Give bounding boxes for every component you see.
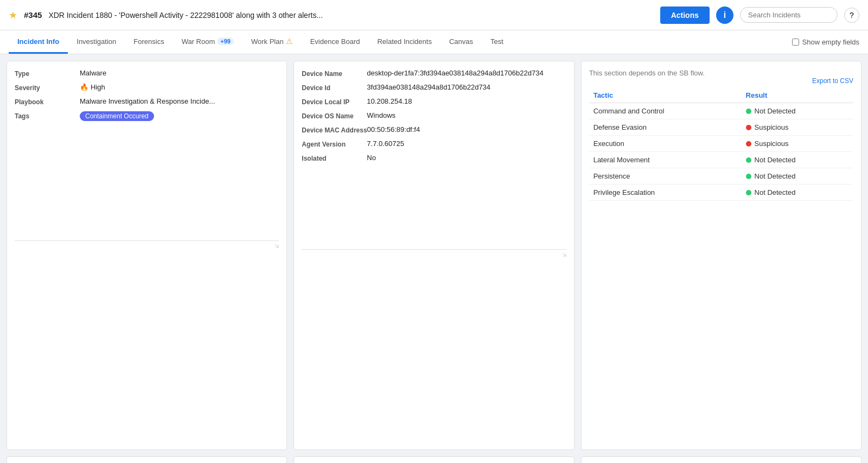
tactic-cell: Privilege Escalation [589, 185, 742, 201]
tactic-cell: Lateral Movement [589, 152, 742, 168]
type-label: Type [15, 69, 80, 78]
info-button[interactable]: i [716, 7, 733, 24]
header: ★ #345 XDR Incident 1880 - 'Powershell A… [0, 0, 868, 30]
timeline-panel: Timeline Information Occurred May 26, 20… [7, 456, 287, 463]
tactic-row: Command and ControlNot Detected [589, 103, 853, 119]
tab-war-room[interactable]: War Room +99 [173, 31, 242, 54]
green-dot-icon [746, 109, 751, 114]
show-empty-checkbox[interactable] [792, 39, 799, 46]
tactic-panel: This section depends on the SB flow. Exp… [581, 61, 861, 450]
result-cell: Not Detected [742, 185, 853, 201]
resize-icon-2: ⇲ [562, 252, 566, 258]
red-dot-icon [746, 125, 751, 130]
device-local-ip-field: Device Local IP 10.208.254.18 [302, 97, 566, 106]
type-field: Type Malware [15, 69, 279, 78]
tactic-cell: Command and Control [589, 103, 742, 119]
panel-resize-handle: ⇲ [15, 240, 279, 249]
device-id-label: Device Id [302, 83, 367, 92]
tab-forensics[interactable]: Forensics [125, 31, 173, 54]
device-id-value: 3fd394ae038148a294a8d1706b22d734 [367, 83, 566, 91]
incident-number: #345 [24, 10, 42, 20]
severity-label: Severity [15, 83, 80, 92]
result-cell: Not Detected [742, 168, 853, 185]
show-empty-label: Show empty fields [802, 38, 860, 46]
result-cell: Suspicious [742, 119, 853, 136]
result-cell: Not Detected [742, 103, 853, 119]
severity-field: Severity 🔥 High [15, 83, 279, 92]
tactic-cell: Execution [589, 136, 742, 152]
incident-info-panel: Type Malware Severity 🔥 High Playbook Ma… [7, 61, 287, 450]
tab-test[interactable]: Test [482, 31, 512, 54]
tabs-bar: Incident Info Investigation Forensics Wa… [0, 30, 868, 54]
red-dot-icon [746, 141, 751, 147]
agent-version-label: Agent Version [302, 139, 367, 148]
tab-evidence-board[interactable]: Evidence Board [302, 31, 369, 54]
tactic-table: Tactic Result Command and ControlNot Det… [589, 88, 853, 201]
tactic-row: Privilege EscalationNot Detected [589, 185, 853, 201]
isolated-field: Isolated No [302, 154, 566, 162]
device-name-value: desktop-der1fa7:3fd394ae038148a294a8d170… [367, 69, 566, 77]
device-mac-label: Device MAC Address [302, 125, 367, 134]
device-name-label: Device Name [302, 69, 367, 78]
help-button[interactable]: ? [844, 8, 859, 23]
agent-version-value: 7.7.0.60725 [367, 139, 566, 148]
panel-resize-handle-2: ⇲ [302, 249, 566, 258]
tags-field: Tags Containment Occured [15, 111, 279, 121]
war-room-badge: +99 [217, 37, 234, 45]
device-mac-value: 00:50:56:89:df:f4 [367, 125, 566, 134]
tags-label: Tags [15, 111, 80, 120]
playbook-value: Malware Investigation & Response Incide.… [80, 97, 279, 105]
actions-button[interactable]: Actions [660, 7, 710, 24]
green-dot-icon [746, 190, 751, 195]
tactic-row: PersistenceNot Detected [589, 168, 853, 185]
device-os-field: Device OS Name Windows [302, 111, 566, 120]
playbook-field: Playbook Malware Investigation & Respons… [15, 97, 279, 106]
tactic-col-header: Tactic [589, 88, 742, 103]
sb-flow-text: This section depends on the SB flow. [589, 69, 853, 77]
tab-work-plan[interactable]: Work Plan ⚠ [242, 30, 302, 54]
device-local-ip-value: 10.208.254.18 [367, 97, 566, 105]
isolated-label: Isolated [302, 154, 367, 162]
agent-version-field: Agent Version 7.7.0.60725 [302, 139, 566, 148]
tactic-cell: Defense Evasion [589, 119, 742, 136]
device-os-label: Device OS Name [302, 111, 367, 120]
result-cell: Suspicious [742, 136, 853, 152]
tag-chip[interactable]: Containment Occured [80, 111, 154, 121]
device-mac-field: Device MAC Address 00:50:56:89:df:f4 [302, 125, 566, 134]
tactic-row: Defense EvasionSuspicious [589, 119, 853, 136]
show-empty-fields-toggle[interactable]: Show empty fields [792, 38, 860, 46]
tactic-cell: Persistence [589, 168, 742, 185]
tab-investigation[interactable]: Investigation [68, 31, 125, 54]
device-os-value: Windows [367, 111, 566, 119]
tactic-row: Lateral MovementNot Detected [589, 152, 853, 168]
device-info-panel: Device Name desktop-der1fa7:3fd394ae0381… [293, 61, 574, 450]
device-name-field: Device Name desktop-der1fa7:3fd394ae0381… [302, 69, 566, 78]
tab-canvas[interactable]: Canvas [441, 31, 482, 54]
isolated-value: No [367, 154, 566, 162]
incident-title: XDR Incident 1880 - 'Powershell Activity… [48, 11, 653, 20]
result-cell: Not Detected [742, 152, 853, 168]
device-id-field: Device Id 3fd394ae038148a294a8d1706b22d7… [302, 83, 566, 92]
green-dot-icon [746, 174, 751, 179]
green-dot-icon [746, 157, 751, 163]
tab-related-incidents[interactable]: Related Incidents [368, 31, 440, 54]
tab-incident-info[interactable]: Incident Info [9, 31, 68, 54]
fire-icon: 🔥 [80, 83, 88, 91]
star-icon[interactable]: ★ [9, 9, 17, 21]
tags-value: Containment Occured [80, 111, 279, 121]
device-local-ip-label: Device Local IP [302, 97, 367, 106]
work-plan-warning-icon: ⚠ [286, 37, 293, 46]
export-csv-link[interactable]: Export to CSV [812, 77, 853, 85]
type-value: Malware [80, 69, 279, 77]
severity-value: 🔥 High [80, 83, 279, 91]
result-col-header: Result [742, 88, 853, 103]
response-actions-panel: Response Actions Device Name desktop-der… [581, 456, 861, 463]
search-input[interactable] [740, 7, 838, 23]
playbook-label: Playbook [15, 97, 80, 106]
main-content: Type Malware Severity 🔥 High Playbook Ma… [0, 54, 868, 456]
tactic-row: ExecutionSuspicious [589, 136, 853, 152]
bottom-content: Timeline Information Occurred May 26, 20… [0, 450, 868, 463]
source-details-panel: Source details Process Name powershell_i… [293, 456, 574, 463]
resize-icon: ⇲ [275, 243, 279, 249]
